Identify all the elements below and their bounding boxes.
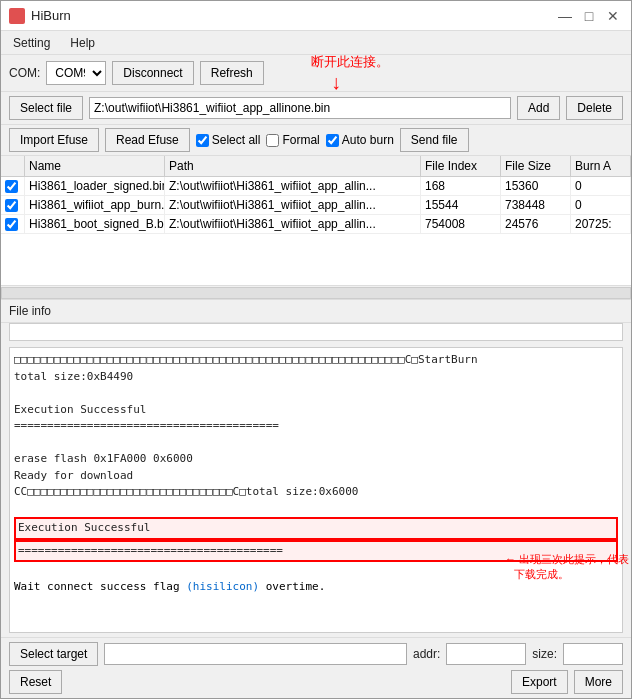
row2-path: Z:\out\wifiiot\Hi3861_wifiiot_app_allin.… <box>165 215 421 233</box>
window-controls: — □ ✕ <box>555 6 623 26</box>
file-info-section: File info <box>1 300 631 323</box>
menu-bar: Setting Help <box>1 31 631 55</box>
menu-help[interactable]: Help <box>66 34 99 52</box>
console-area[interactable]: □□□□□□□□□□□□□□□□□□□□□□□□□□□□□□□□□□□□□□□□… <box>9 347 623 633</box>
console-highlight-divider: ======================================== <box>14 540 618 563</box>
maximize-button[interactable]: □ <box>579 6 599 26</box>
main-window: HiBurn — □ ✕ Setting Help 断开此连接。 ↓ COM: … <box>0 0 632 699</box>
th-name: Name <box>25 156 165 176</box>
row2-name: Hi3861_boot_signed_B.bin <box>25 215 165 233</box>
file-info-label: File info <box>9 304 51 318</box>
row0-check[interactable] <box>1 177 25 195</box>
row0-name: Hi3861_loader_signed.bin <box>25 177 165 195</box>
send-file-button[interactable]: Send file <box>400 128 469 152</box>
row1-check[interactable] <box>1 196 25 214</box>
title-bar: HiBurn — □ ✕ <box>1 1 631 31</box>
console-line <box>14 501 618 518</box>
com-select[interactable]: COM9 <box>46 61 106 85</box>
row0-file-index: 168 <box>421 177 501 195</box>
auto-burn-label: Auto burn <box>342 133 394 147</box>
close-button[interactable]: ✕ <box>603 6 623 26</box>
disconnect-button[interactable]: Disconnect <box>112 61 193 85</box>
auto-burn-checkbox[interactable] <box>326 134 339 147</box>
addr-label: addr: <box>413 647 440 661</box>
select-all-checkbox-label[interactable]: Select all <box>196 133 261 147</box>
console-line <box>14 435 618 452</box>
app-logo <box>9 8 25 24</box>
export-button[interactable]: Export <box>511 670 568 694</box>
addr-input[interactable] <box>446 643 526 665</box>
size-label: size: <box>532 647 557 661</box>
row0-burn-a: 0 <box>571 177 631 195</box>
size-input[interactable] <box>563 643 623 665</box>
toolbar2: Import Efuse Read Efuse Select all Forma… <box>1 125 631 156</box>
read-efuse-button[interactable]: Read Efuse <box>105 128 190 152</box>
console-line: total size:0xB4490 <box>14 369 618 386</box>
bottom-bar: Select target addr: size: Reset Export M… <box>1 637 631 698</box>
file-row: Select file Add Delete <box>1 92 631 125</box>
com-label: COM: <box>9 66 40 80</box>
h-scrollbar[interactable] <box>1 287 631 299</box>
table-row[interactable]: Hi3861_boot_signed_B.bin Z:\out\wifiiot\… <box>1 215 631 234</box>
console-line: Execution Successful <box>14 402 618 419</box>
th-file-size: File Size <box>501 156 571 176</box>
console-line: Wait connect success flag (hisilicon) ov… <box>14 579 618 596</box>
row1-name: Hi3861_wifiiot_app_burn... <box>25 196 165 214</box>
target-input[interactable] <box>104 643 407 665</box>
delete-button[interactable]: Delete <box>566 96 623 120</box>
formal-checkbox[interactable] <box>266 134 279 147</box>
minimize-button[interactable]: — <box>555 6 575 26</box>
h-scrollbar-row <box>1 286 631 300</box>
row1-file-size: 738448 <box>501 196 571 214</box>
th-file-index: File Index <box>421 156 501 176</box>
import-efuse-button[interactable]: Import Efuse <box>9 128 99 152</box>
title-bar-left: HiBurn <box>9 8 71 24</box>
formal-checkbox-label[interactable]: Formal <box>266 133 319 147</box>
row2-burn-a: 20725: <box>571 215 631 233</box>
console-outer: □□□□□□□□□□□□□□□□□□□□□□□□□□□□□□□□□□□□□□□□… <box>1 343 631 637</box>
auto-burn-checkbox-label[interactable]: Auto burn <box>326 133 394 147</box>
toolbar-row: COM: COM9 Disconnect Refresh <box>1 55 631 92</box>
console-highlight-execution: Execution Successful <box>14 517 618 540</box>
row1-burn-a: 0 <box>571 196 631 214</box>
th-burn-a: Burn A <box>571 156 631 176</box>
row2-check[interactable] <box>1 215 25 233</box>
select-all-checkbox[interactable] <box>196 134 209 147</box>
row1-path: Z:\out\wifiiot\Hi3861_wifiiot_app_allin.… <box>165 196 421 214</box>
row1-file-index: 15544 <box>421 196 501 214</box>
bottom-row1: Select target addr: size: <box>9 642 623 666</box>
select-file-button[interactable]: Select file <box>9 96 83 120</box>
row2-file-index: 754008 <box>421 215 501 233</box>
window-title: HiBurn <box>31 8 71 23</box>
console-line: □□□□□□□□□□□□□□□□□□□□□□□□□□□□□□□□□□□□□□□□… <box>14 352 618 369</box>
th-path: Path <box>165 156 421 176</box>
console-line: CC□□□□□□□□□□□□□□□□□□□□□□□□□□□□□□□C□total… <box>14 484 618 501</box>
table-row[interactable]: Hi3861_loader_signed.bin Z:\out\wifiiot\… <box>1 177 631 196</box>
file-table: Name Path File Index File Size Burn A Hi… <box>1 156 631 286</box>
select-target-button[interactable]: Select target <box>9 642 98 666</box>
th-check <box>1 156 25 176</box>
console-line: Ready for download <box>14 468 618 485</box>
formal-label: Formal <box>282 133 319 147</box>
table-body: Hi3861_loader_signed.bin Z:\out\wifiiot\… <box>1 177 631 283</box>
reset-button[interactable]: Reset <box>9 670 62 694</box>
add-button[interactable]: Add <box>517 96 560 120</box>
select-all-label: Select all <box>212 133 261 147</box>
console-line: erase flash 0x1FA000 0x6000 <box>14 451 618 468</box>
table-row[interactable]: Hi3861_wifiiot_app_burn... Z:\out\wifiio… <box>1 196 631 215</box>
refresh-button[interactable]: Refresh <box>200 61 264 85</box>
row0-path: Z:\out\wifiiot\Hi3861_wifiiot_app_allin.… <box>165 177 421 195</box>
file-info-input[interactable] <box>9 323 623 341</box>
console-line <box>14 385 618 402</box>
row0-file-size: 15360 <box>501 177 571 195</box>
table-header: Name Path File Index File Size Burn A <box>1 156 631 177</box>
file-path-input[interactable] <box>89 97 511 119</box>
console-line <box>14 562 618 579</box>
row2-file-size: 24576 <box>501 215 571 233</box>
more-button[interactable]: More <box>574 670 623 694</box>
bottom-row2: Reset Export More <box>9 670 623 694</box>
menu-setting[interactable]: Setting <box>9 34 54 52</box>
console-line: ======================================== <box>14 418 618 435</box>
